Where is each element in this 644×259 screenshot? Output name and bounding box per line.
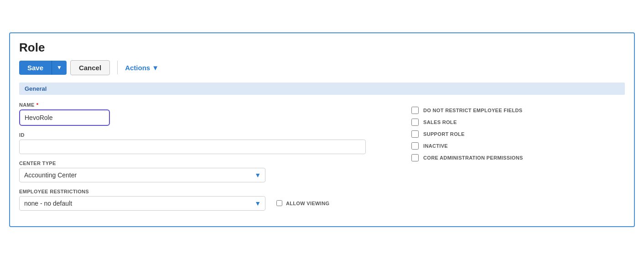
id-input[interactable] <box>19 140 366 154</box>
employee-restrictions-field-group: EMPLOYEE RESTRICTIONS none - no default … <box>19 189 393 211</box>
actions-label: Actions <box>125 64 150 72</box>
save-button[interactable]: Save <box>19 61 52 75</box>
center-type-select-wrapper: Accounting Center HR Center Sales Center… <box>19 168 265 182</box>
save-button-group: Save ▼ <box>19 61 67 75</box>
checkbox-label-0: DO NOT RESTRICT EMPLOYEE FIELDS <box>423 108 522 113</box>
name-input-wrapper <box>19 109 110 126</box>
allow-viewing-label: ALLOW VIEWING <box>286 201 329 206</box>
employee-restrictions-select[interactable]: none - no default Restrict All Restrict … <box>19 196 265 211</box>
checkbox-row-3: INACTIVE <box>411 142 566 150</box>
checkbox-label-1: SALES ROLE <box>423 119 457 125</box>
save-dropdown-icon: ▼ <box>57 64 62 71</box>
checkbox-label-3: INACTIVE <box>423 143 448 149</box>
checkbox-support-role[interactable] <box>411 130 419 138</box>
name-label: NAME * <box>19 102 393 108</box>
employee-restrictions-label: EMPLOYEE RESTRICTIONS <box>19 189 393 194</box>
toolbar: Save ▼ Cancel Actions ▼ <box>19 60 625 75</box>
form-layout: NAME * ID CENTER TYPE Accounting Center <box>19 102 625 217</box>
actions-arrow-icon: ▼ <box>152 64 159 72</box>
checkbox-label-4: CORE ADMINISTRATION PERMISSIONS <box>423 155 523 161</box>
center-type-label: CENTER TYPE <box>19 161 393 166</box>
toolbar-divider <box>117 61 118 74</box>
checkbox-row-4: CORE ADMINISTRATION PERMISSIONS <box>411 154 566 161</box>
save-dropdown-button[interactable]: ▼ <box>52 61 67 75</box>
page-title: Role <box>19 41 625 55</box>
form-left: NAME * ID CENTER TYPE Accounting Center <box>19 102 393 217</box>
id-label: ID <box>19 132 393 138</box>
id-field-group: ID <box>19 132 393 154</box>
page-container: Role Save ▼ Cancel Actions ▼ General NAM… <box>9 32 635 227</box>
actions-button[interactable]: Actions ▼ <box>125 64 159 72</box>
checkbox-label-2: SUPPORT ROLE <box>423 131 465 137</box>
name-field-group: NAME * <box>19 102 393 126</box>
allow-viewing-checkbox[interactable] <box>276 200 282 206</box>
cancel-button[interactable]: Cancel <box>70 60 110 75</box>
checkbox-do-not-restrict[interactable] <box>411 107 419 114</box>
name-input[interactable] <box>21 111 108 124</box>
general-section-header: General <box>19 83 625 95</box>
checkbox-row-0: DO NOT RESTRICT EMPLOYEE FIELDS <box>411 107 566 114</box>
checkbox-sales-role[interactable] <box>411 119 419 126</box>
checkbox-inactive[interactable] <box>411 142 419 150</box>
center-type-select[interactable]: Accounting Center HR Center Sales Center <box>19 168 265 182</box>
checkbox-core-admin[interactable] <box>411 154 419 161</box>
employee-restrictions-select-wrapper: none - no default Restrict All Restrict … <box>19 196 265 211</box>
allow-viewing-check: ALLOW VIEWING <box>276 200 329 206</box>
form-right: DO NOT RESTRICT EMPLOYEE FIELDS SALES RO… <box>411 102 566 217</box>
center-type-field-group: CENTER TYPE Accounting Center HR Center … <box>19 161 393 182</box>
name-required-star: * <box>36 102 39 108</box>
checkbox-row-1: SALES ROLE <box>411 119 566 126</box>
checkbox-row-2: SUPPORT ROLE <box>411 130 566 138</box>
employee-restrictions-row: none - no default Restrict All Restrict … <box>19 196 393 211</box>
